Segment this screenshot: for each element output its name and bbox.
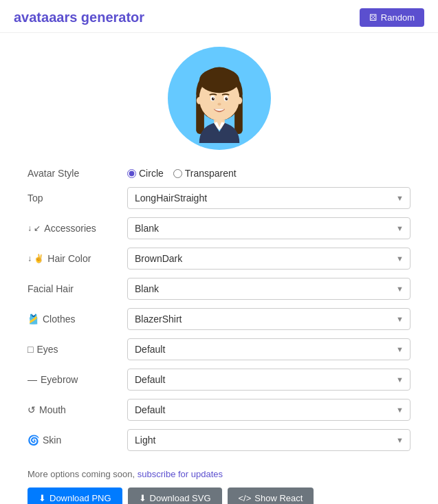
select-top[interactable]: LongHairStraight LongHairBob ShortHairSh… [127,187,410,209]
select-eyebrow[interactable]: Angry Default RaisedExcited SadConcerned [127,369,410,391]
random-icon: ⚄ [369,12,377,23]
option-row-skin: 🌀 Skin Tanned Yellow Pale Light Brown Da… [28,425,410,455]
skin-icon: 🌀 [28,435,39,446]
avatar-image [175,54,264,143]
updates-text: More options coming soon, subscribe for … [28,469,410,479]
download-png-icon: ⬇ [39,493,46,503]
show-react-button[interactable]: </> Show React [228,487,314,504]
select-wrapper-mouth: Concerned Default Smile Twinkle [127,399,410,421]
option-row-facial-hair: Facial Hair Blank BeardLight BeardMedium… [28,274,410,304]
svg-point-4 [199,68,239,93]
select-wrapper-eyebrow: Angry Default RaisedExcited SadConcerned [127,369,410,391]
svg-point-11 [217,103,221,106]
accessories-icon: ↓ ↙ [28,223,41,233]
option-label-clothes: 🎽 Clothes [28,314,127,325]
option-label-eyebrow: — Eyebrow [28,374,127,385]
option-row-hair-color: ↓ ✌ Hair Color Auburn Black Blonde Brown… [28,243,410,274]
options-section: Avatar Style Circle Transparent Top Long… [0,157,438,462]
svg-point-8 [225,97,228,100]
select-hair-color[interactable]: Auburn Black Blonde Brown BrownDark Red [127,248,410,270]
download-png-button[interactable]: ⬇ Download PNG [28,487,122,504]
option-row-top: Top LongHairStraight LongHairBob ShortHa… [28,183,410,213]
select-wrapper-clothes: BlazerShirt BlazerSweater Hoodie Overall… [127,308,410,330]
select-skin[interactable]: Tanned Yellow Pale Light Brown DarkBrown… [127,429,410,451]
option-label-facial-hair: Facial Hair [28,283,127,294]
radio-transparent[interactable]: Transparent [173,168,237,179]
radio-circle-label: Circle [139,168,164,179]
eyebrow-icon: — [28,374,37,385]
option-row-accessories: ↓ ↙ Accessories Blank Kurt Prescription0… [28,213,410,243]
select-wrapper-eyes: Close Default Happy Wink [127,338,410,360]
radio-circle-input[interactable] [127,169,136,178]
option-label-skin: 🌀 Skin [28,435,127,446]
radio-circle[interactable]: Circle [127,168,164,179]
select-facial-hair[interactable]: Blank BeardLight BeardMedium MoustacheFa… [127,278,410,300]
eyes-icon: □ [28,344,33,355]
option-label-top: Top [28,193,127,204]
avatar-circle [168,47,271,150]
action-buttons: ⬇ Download PNG ⬇ Download SVG </> Show R… [28,487,410,504]
avatar-style-row: Avatar Style Circle Transparent [28,164,410,183]
select-wrapper-accessories: Blank Kurt Prescription01 Round Sunglass… [127,217,410,239]
option-row-eyebrow: — Eyebrow Angry Default RaisedExcited Sa… [28,364,410,395]
app-title: avataaars generator [14,10,144,25]
svg-point-10 [226,98,228,99]
avatar-style-label: Avatar Style [28,168,127,179]
hair-color-icon: ↓ ✌ [28,254,44,263]
footer-section: More options coming soon, subscribe for … [0,462,438,504]
avatar-style-radio-group: Circle Transparent [127,168,237,179]
option-row-mouth: ↺ Mouth Concerned Default Smile Twinkle [28,395,410,425]
option-label-hair-color: ↓ ✌ Hair Color [28,253,127,264]
option-label-accessories: ↓ ↙ Accessories [28,223,127,234]
avatar-container [0,33,438,157]
radio-transparent-input[interactable] [173,169,182,178]
radio-transparent-label: Transparent [185,168,237,179]
show-react-icon: </> [239,493,252,503]
option-label-eyes: □ Eyes [28,344,127,355]
mouth-icon: ↺ [28,404,36,415]
svg-point-13 [237,97,242,104]
clothes-icon: 🎽 [28,314,39,325]
option-label-mouth: ↺ Mouth [28,404,127,415]
select-wrapper-top: LongHairStraight LongHairBob ShortHairSh… [127,187,410,209]
select-eyes[interactable]: Close Default Happy Wink [127,338,410,360]
option-row-clothes: 🎽 Clothes BlazerShirt BlazerSweater Hood… [28,304,410,334]
select-wrapper-hair-color: Auburn Black Blonde Brown BrownDark Red [127,248,410,270]
svg-point-9 [212,98,214,99]
header: avataaars generator ⚄ Random [0,0,438,33]
select-mouth[interactable]: Concerned Default Smile Twinkle [127,399,410,421]
select-wrapper-skin: Tanned Yellow Pale Light Brown DarkBrown… [127,429,410,451]
option-row-eyes: □ Eyes Close Default Happy Wink [28,334,410,364]
select-wrapper-facial-hair: Blank BeardLight BeardMedium MoustacheFa… [127,278,410,300]
download-svg-button[interactable]: ⬇ Download SVG [128,487,222,504]
subscribe-link[interactable]: subscribe for updates [138,469,223,479]
select-accessories[interactable]: Blank Kurt Prescription01 Round Sunglass… [127,217,410,239]
select-clothes[interactable]: BlazerShirt BlazerSweater Hoodie Overall… [127,308,410,330]
svg-point-12 [196,97,201,104]
download-svg-icon: ⬇ [139,493,146,503]
random-button[interactable]: ⚄ Random [360,8,424,27]
svg-point-7 [211,97,214,100]
